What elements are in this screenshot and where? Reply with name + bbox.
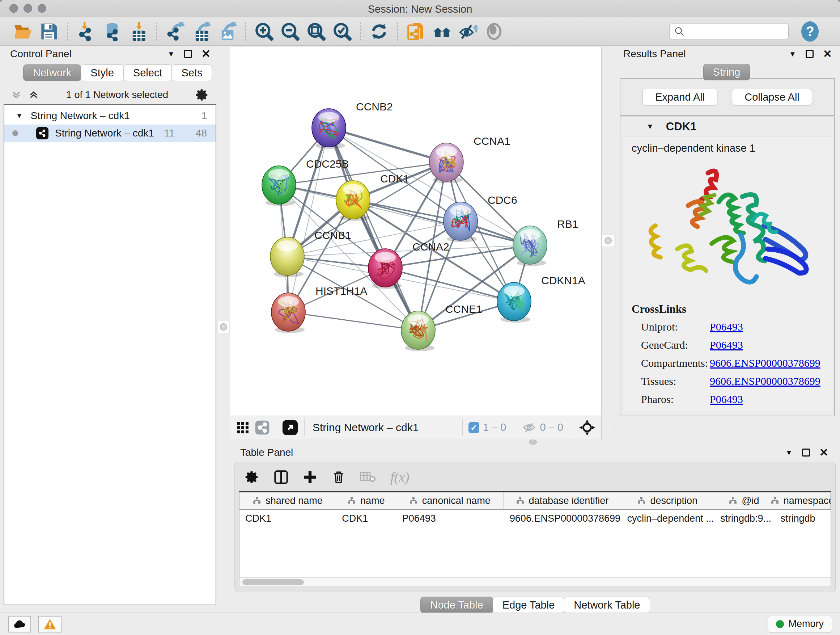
crosslink-link[interactable]: 9606.ENSP00000378699 [710, 357, 821, 369]
table-cell[interactable]: stringdb:9... [714, 510, 775, 527]
tab-network-table[interactable]: Network Table [564, 597, 650, 613]
string-home-icon[interactable] [431, 21, 453, 42]
crosslink-link[interactable]: P06493 [710, 393, 743, 405]
column-header-database-identifier[interactable]: database identifier [504, 492, 621, 509]
refresh-layout-icon[interactable] [369, 21, 390, 42]
zoom-out-icon[interactable] [279, 21, 301, 42]
gene-description: cyclin–dependent kinase 1 [632, 142, 832, 154]
hide-unhide-icon[interactable] [458, 21, 478, 42]
export-network-icon[interactable] [164, 21, 186, 42]
table-cell[interactable]: P06493 [396, 510, 504, 527]
column-header-name[interactable]: name [336, 492, 396, 509]
table-cell[interactable]: CDK1 [240, 510, 336, 527]
collapse-all-icon[interactable] [11, 89, 22, 100]
import-database-icon[interactable] [102, 21, 123, 42]
collapse-gene-icon[interactable]: ▼ [646, 122, 654, 131]
network-node-CCNE1[interactable]: CCNE1 [401, 303, 482, 351]
panel-menu-icon[interactable]: ▼ [789, 50, 796, 58]
network-node-CCNA1[interactable]: CCNA1 [429, 135, 510, 183]
table-cell[interactable]: CDK1 [336, 510, 396, 527]
import-network-icon[interactable] [76, 21, 96, 42]
birds-eye-view-icon[interactable] [282, 419, 298, 436]
table-horizontal-scrollbar[interactable] [239, 578, 831, 587]
collapse-collection-icon[interactable]: ▼ [16, 112, 23, 120]
table-cell[interactable]: 9606.ENSP00000378699 [504, 510, 622, 527]
tab-sets[interactable]: Sets [172, 65, 212, 81]
cloud-service-button[interactable] [8, 616, 31, 632]
warning-button[interactable] [38, 616, 62, 632]
crosshair-icon[interactable] [579, 419, 595, 436]
network-node-HIST1H1A[interactable]: HIST1H1A [271, 285, 367, 333]
crosslink-label: Tissues: [641, 375, 710, 387]
collapse-all-button[interactable]: Collapse All [732, 89, 812, 105]
network-thumbnail-icon[interactable] [255, 420, 270, 435]
toolbar-separator [156, 22, 157, 41]
network-node-CDKN1A[interactable]: CDKN1A [497, 274, 585, 323]
crosslink-row: Pharos:P06493 [632, 393, 832, 405]
zoom-fit-icon[interactable] [306, 21, 327, 42]
tab-string[interactable]: String [703, 64, 750, 80]
crosslink-link[interactable]: 9606.ENSP00000378699 [710, 375, 821, 387]
float-panel-icon[interactable] [802, 448, 810, 456]
grid-view-icon[interactable] [236, 421, 249, 434]
column-header-namespace[interactable]: namespace [774, 492, 831, 509]
crosslink-link[interactable]: P06493 [710, 339, 743, 351]
right-splitter-handle[interactable] [602, 234, 614, 247]
panel-menu-icon[interactable]: ▼ [167, 50, 175, 58]
gear-icon[interactable] [195, 88, 209, 102]
node-table[interactable]: shared namenamecanonical namedatabase id… [239, 491, 831, 578]
split-columns-icon[interactable] [274, 470, 288, 485]
export-table-icon[interactable] [191, 21, 212, 42]
search-box[interactable] [669, 23, 789, 40]
gear-icon[interactable] [245, 470, 259, 485]
search-input[interactable] [688, 26, 783, 38]
network-edge[interactable] [329, 128, 447, 162]
column-label: namespace [783, 495, 831, 507]
tab-select[interactable]: Select [123, 65, 172, 81]
tab-node-table[interactable]: Node Table [420, 597, 493, 613]
tab-edge-table[interactable]: Edge Table [493, 597, 565, 613]
column-header-description[interactable]: description [621, 492, 714, 509]
horizontal-splitter-handle[interactable] [230, 439, 836, 445]
float-panel-icon[interactable] [806, 50, 813, 58]
zoom-in-icon[interactable] [254, 21, 275, 42]
expand-all-icon[interactable] [28, 89, 39, 100]
left-splitter-handle[interactable] [218, 321, 230, 333]
network-collection-row[interactable]: ▼ String Network – cdk1 1 [4, 107, 216, 125]
selected-checkbox-icon[interactable]: ✓ [469, 422, 479, 433]
tab-style[interactable]: Style [81, 65, 123, 81]
table-cell[interactable]: stringdb [775, 510, 831, 527]
column-header--id[interactable]: @id [714, 492, 774, 509]
save-icon[interactable] [39, 21, 60, 42]
import-table-icon[interactable] [128, 21, 149, 42]
zoom-selected-icon[interactable] [332, 21, 353, 42]
network-canvas[interactable]: CCNB2 CCNA1 CDC25B CDK1 CDC6 RB1 CCNB1 [230, 47, 602, 416]
network-row-selected[interactable]: String Network – cdk1 11 48 [4, 125, 216, 142]
network-edge[interactable] [288, 128, 329, 312]
close-panel-icon[interactable]: ✕ [202, 49, 210, 59]
column-header-canonical-name[interactable]: canonical name [396, 492, 504, 509]
open-folder-icon[interactable] [13, 21, 34, 42]
expand-all-button[interactable]: Expand All [643, 89, 717, 105]
close-panel-icon[interactable]: ✕ [823, 49, 832, 59]
network-node-RB1[interactable]: RB1 [513, 218, 578, 266]
collection-name: String Network – cdk1 [31, 110, 130, 122]
delete-row-icon[interactable] [332, 470, 346, 485]
memory-button[interactable]: Memory [767, 616, 832, 632]
network-edge[interactable] [353, 200, 530, 245]
gene-header[interactable]: ▼ CDK1 [621, 117, 834, 136]
node-label: CDK1 [380, 173, 409, 185]
crosslink-link[interactable]: P06493 [710, 321, 743, 333]
column-header-shared-name[interactable]: shared name [240, 492, 336, 509]
network-edge[interactable] [288, 312, 418, 330]
panel-menu-icon[interactable]: ▼ [785, 448, 793, 457]
add-row-icon[interactable] [303, 470, 317, 485]
close-panel-icon[interactable]: ✕ [819, 447, 829, 458]
table-cell[interactable]: cyclin–dependent ... [622, 510, 714, 527]
help-button[interactable]: ? [799, 21, 821, 42]
clone-network-icon[interactable] [406, 21, 426, 42]
float-panel-icon[interactable] [184, 50, 192, 58]
export-image-icon[interactable] [217, 21, 238, 42]
results-panel-title: Results Panel [623, 48, 686, 60]
tab-network[interactable]: Network [23, 65, 81, 81]
